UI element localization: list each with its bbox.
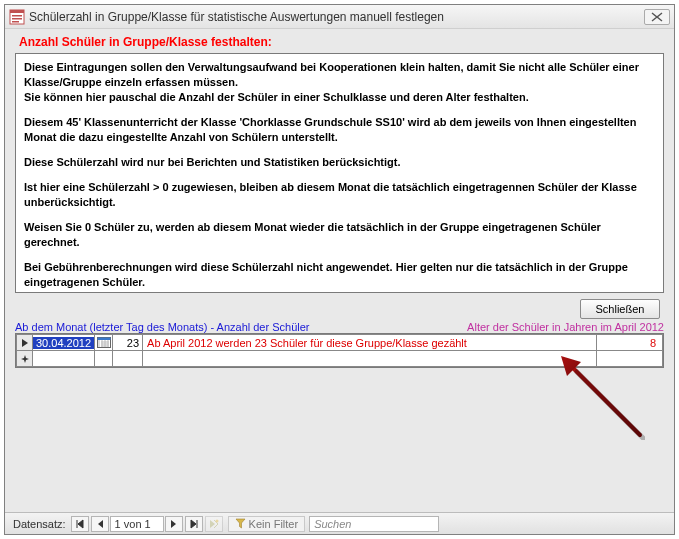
nav-first-button[interactable] xyxy=(71,516,89,532)
search-box[interactable]: Suchen xyxy=(309,516,439,532)
date-picker-button[interactable] xyxy=(95,335,113,351)
svg-rect-2 xyxy=(12,15,22,17)
svg-rect-6 xyxy=(97,337,110,340)
info-p6: Weisen Sie 0 Schüler zu, werden ab diese… xyxy=(24,220,655,250)
table-row[interactable]: 30.04.2012 23 Ab April 2012 werden 23 Sc… xyxy=(17,335,663,351)
svg-rect-1 xyxy=(10,10,24,13)
age-field[interactable]: 8 xyxy=(597,335,663,351)
date-field[interactable]: 30.04.2012 xyxy=(33,335,95,351)
nav-new-button[interactable] xyxy=(205,516,223,532)
record-position-box[interactable]: 1 von 1 xyxy=(110,516,164,532)
info-p3: Diesem 45' Klassenunterricht der Klasse … xyxy=(24,115,655,145)
svg-point-14 xyxy=(215,519,218,522)
close-button[interactable]: Schließen xyxy=(580,299,660,319)
data-grid[interactable]: 30.04.2012 23 Ab April 2012 werden 23 Sc… xyxy=(15,333,664,368)
info-p4: Diese Schülerzahl wird nur bei Berichten… xyxy=(24,155,655,170)
row-selector-new[interactable] xyxy=(17,351,33,367)
column-headers: Ab dem Monat (letzter Tag des Monats) - … xyxy=(5,321,674,333)
svg-rect-3 xyxy=(12,18,22,20)
window-title: Schülerzahl in Gruppe/Klasse für statist… xyxy=(29,10,642,24)
message-cell: Ab April 2012 werden 23 Schüler für dies… xyxy=(143,335,597,351)
info-p1: Diese Eintragungen sollen den Verwaltung… xyxy=(24,60,655,90)
record-navigator: Datensatz: 1 von 1 Kein Filter xyxy=(5,512,674,534)
info-p2: Sie können hier pauschal die Anzahl der … xyxy=(24,90,655,105)
nav-label: Datensatz: xyxy=(9,518,70,530)
row-selector-current[interactable] xyxy=(17,335,33,351)
info-p5: Ist hier eine Schülerzahl > 0 zugewiesen… xyxy=(24,180,655,210)
nav-next-button[interactable] xyxy=(165,516,183,532)
dialog-window: Schülerzahl in Gruppe/Klasse für statist… xyxy=(4,4,675,535)
filter-label: Kein Filter xyxy=(249,518,299,530)
col-right-label: Alter der Schüler in Jahren im April 201… xyxy=(467,321,664,333)
filter-icon xyxy=(235,518,246,529)
section-caption: Anzahl Schüler in Gruppe/Klasse festhalt… xyxy=(5,29,674,53)
col-left-label: Ab dem Monat (letzter Tag des Monats) - … xyxy=(15,321,310,333)
table-row-new[interactable] xyxy=(17,351,663,367)
info-p7: Bei Gebührenberechnungen wird diese Schü… xyxy=(24,260,655,290)
count-field[interactable]: 23 xyxy=(113,335,143,351)
nav-last-button[interactable] xyxy=(185,516,203,532)
svg-rect-4 xyxy=(12,21,19,23)
close-window-button[interactable] xyxy=(644,9,670,25)
search-placeholder: Suchen xyxy=(314,518,351,530)
title-bar: Schülerzahl in Gruppe/Klasse für statist… xyxy=(5,5,674,29)
client-area: Anzahl Schüler in Gruppe/Klasse festhalt… xyxy=(5,29,674,512)
nav-prev-button[interactable] xyxy=(91,516,109,532)
form-icon xyxy=(9,9,25,25)
info-text-box: Diese Eintragungen sollen den Verwaltung… xyxy=(15,53,664,293)
filter-indicator[interactable]: Kein Filter xyxy=(228,516,306,532)
